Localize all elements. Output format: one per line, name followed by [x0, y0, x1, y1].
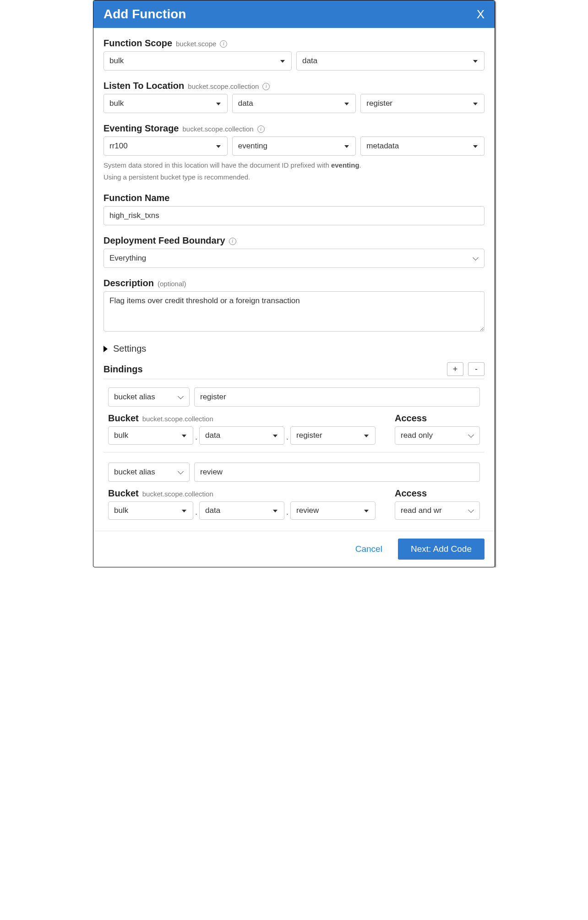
- binding-bucket-label: Bucket: [108, 488, 139, 499]
- function-scope-scope-select[interactable]: data: [296, 51, 485, 71]
- select-value: bucket alias: [114, 468, 155, 477]
- function-name-section: Function Name: [103, 193, 485, 225]
- function-scope-bucket-select[interactable]: bulk: [103, 51, 292, 71]
- next-add-code-button[interactable]: Next: Add Code: [398, 539, 485, 560]
- listen-scope-select[interactable]: data: [232, 94, 356, 113]
- binding-collection-select[interactable]: review: [290, 501, 376, 520]
- function-name-input[interactable]: [103, 206, 485, 225]
- select-value: register: [366, 99, 392, 108]
- close-icon[interactable]: X: [477, 7, 485, 22]
- deployment-boundary-select[interactable]: Everything: [103, 249, 485, 268]
- deployment-boundary-section: Deployment Feed Boundary i Everything: [103, 235, 485, 268]
- select-value: bucket alias: [114, 392, 155, 402]
- divider: [103, 379, 485, 379]
- binding-scope-select[interactable]: data: [199, 426, 284, 445]
- listen-bucket-select[interactable]: bulk: [103, 94, 228, 113]
- binding-row: bucket alias Bucket bucket.scope.collect…: [103, 387, 485, 445]
- dot-separator: .: [193, 432, 199, 445]
- binding-access-select[interactable]: read and wr: [395, 501, 480, 520]
- select-value: review: [296, 506, 319, 515]
- remove-binding-button[interactable]: -: [468, 362, 485, 376]
- select-value: data: [238, 99, 253, 108]
- binding-alias-input[interactable]: [194, 387, 480, 407]
- function-name-label: Function Name: [103, 193, 169, 203]
- dialog-body: Function Scope bucket.scope i bulk data …: [93, 28, 495, 531]
- triangle-right-icon: [103, 346, 108, 352]
- info-icon[interactable]: i: [257, 125, 265, 133]
- dot-separator: .: [284, 507, 290, 520]
- description-label: Description: [103, 278, 154, 289]
- deployment-boundary-label: Deployment Feed Boundary: [103, 235, 225, 246]
- binding-bucket-select[interactable]: bulk: [108, 501, 193, 520]
- help-text-part: System data stored in this location will…: [103, 161, 331, 169]
- listen-collection-select[interactable]: register: [360, 94, 485, 113]
- help-text-part: .: [359, 161, 361, 169]
- select-value: rr100: [109, 142, 128, 151]
- bindings-header: Bindings + -: [103, 362, 485, 376]
- add-binding-button[interactable]: +: [447, 362, 463, 376]
- function-scope-label: Function Scope: [103, 38, 172, 49]
- dialog-footer: Cancel Next: Add Code: [93, 531, 495, 567]
- select-value: bulk: [114, 506, 128, 515]
- listen-location-section: Listen To Location bucket.scope.collecti…: [103, 81, 485, 113]
- select-value: Everything: [109, 254, 146, 263]
- select-value: bulk: [109, 99, 124, 108]
- help-text-bold: eventing: [331, 161, 359, 169]
- add-function-dialog: Add Function X Function Scope bucket.sco…: [93, 0, 495, 567]
- eventing-storage-label: Eventing Storage: [103, 123, 179, 134]
- binding-type-select[interactable]: bucket alias: [108, 463, 190, 482]
- dialog-titlebar: Add Function X: [93, 0, 495, 28]
- select-value: bulk: [109, 56, 124, 65]
- description-section: Description (optional): [103, 278, 485, 333]
- dialog-title: Add Function: [103, 7, 186, 22]
- info-icon[interactable]: i: [262, 83, 270, 90]
- eventing-storage-hint: bucket.scope.collection: [182, 125, 253, 133]
- binding-access-label: Access: [395, 413, 427, 424]
- dot-separator: .: [193, 507, 199, 520]
- binding-type-select[interactable]: bucket alias: [108, 387, 190, 407]
- binding-bucket-label: Bucket: [108, 413, 139, 424]
- description-hint: (optional): [158, 280, 186, 288]
- eventing-scope-select[interactable]: eventing: [232, 136, 356, 156]
- dot-separator: .: [284, 432, 290, 445]
- settings-disclosure[interactable]: Settings: [103, 343, 485, 354]
- select-value: data: [205, 506, 220, 515]
- info-icon[interactable]: i: [229, 238, 236, 245]
- info-icon[interactable]: i: [220, 40, 227, 48]
- select-value: read only: [401, 431, 433, 440]
- eventing-collection-select[interactable]: metadata: [360, 136, 485, 156]
- select-value: eventing: [238, 142, 267, 151]
- select-value: register: [296, 431, 322, 440]
- binding-bucket-hint: bucket.scope.collection: [142, 415, 213, 423]
- divider: [103, 452, 485, 452]
- select-value: read and wr: [401, 506, 442, 515]
- help-text-line2: Using a persistent bucket type is recomm…: [103, 173, 250, 181]
- description-textarea[interactable]: [103, 291, 485, 332]
- binding-collection-select[interactable]: register: [290, 426, 376, 445]
- function-scope-hint: bucket.scope: [176, 40, 216, 48]
- bindings-label: Bindings: [103, 364, 143, 375]
- select-value: data: [302, 56, 317, 65]
- settings-label: Settings: [113, 343, 146, 354]
- binding-access-select[interactable]: read only: [395, 426, 480, 445]
- listen-location-hint: bucket.scope.collection: [188, 82, 259, 90]
- cancel-button[interactable]: Cancel: [353, 544, 385, 555]
- binding-bucket-select[interactable]: bulk: [108, 426, 193, 445]
- select-value: metadata: [366, 142, 399, 151]
- eventing-storage-section: Eventing Storage bucket.scope.collection…: [103, 123, 485, 183]
- eventing-bucket-select[interactable]: rr100: [103, 136, 228, 156]
- binding-row: bucket alias Bucket bucket.scope.collect…: [103, 463, 485, 520]
- binding-access-label: Access: [395, 488, 427, 499]
- select-value: bulk: [114, 431, 128, 440]
- binding-scope-select[interactable]: data: [199, 501, 284, 520]
- binding-bucket-hint: bucket.scope.collection: [142, 490, 213, 498]
- function-scope-section: Function Scope bucket.scope i bulk data: [103, 38, 485, 71]
- select-value: data: [205, 431, 220, 440]
- listen-location-label: Listen To Location: [103, 81, 184, 91]
- eventing-help-text: System data stored in this location will…: [103, 159, 485, 183]
- binding-alias-input[interactable]: [194, 463, 480, 482]
